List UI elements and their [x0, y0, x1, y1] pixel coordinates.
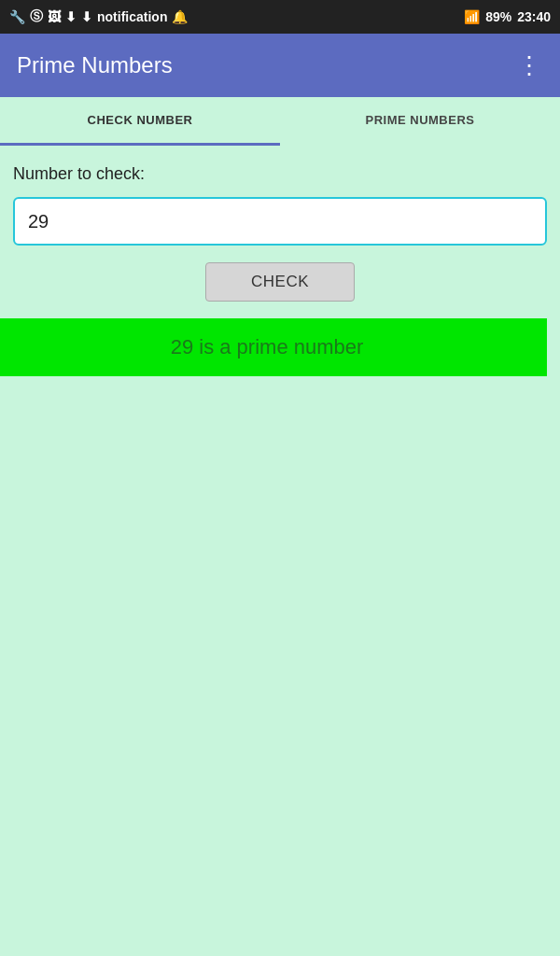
- image-icon: 🖼: [48, 9, 61, 24]
- status-bar-left: 🔧 Ⓢ 🖼 ⬇ ⬇ notification 🔔: [9, 8, 188, 25]
- tab-bar: CHECK NUMBER PRIME NUMBERS: [0, 97, 560, 146]
- wifi-icon: 📶: [464, 9, 480, 24]
- wrench-icon: 🔧: [9, 9, 25, 24]
- download2-icon: ⬇: [81, 9, 92, 24]
- overflow-menu-icon[interactable]: ⋮: [517, 51, 543, 80]
- result-banner: 29 is a prime number: [0, 318, 547, 376]
- check-button[interactable]: CHECK: [205, 262, 355, 302]
- download-icon: ⬇: [65, 9, 77, 24]
- status-bar: 🔧 Ⓢ 🖼 ⬇ ⬇ notification 🔔 📶 89% 23:40: [0, 0, 560, 34]
- number-input[interactable]: [13, 197, 547, 246]
- tab-check-number[interactable]: CHECK NUMBER: [0, 97, 280, 146]
- tab-prime-numbers[interactable]: PRIME NUMBERS: [280, 97, 560, 146]
- tab-check-number-label: CHECK NUMBER: [88, 113, 193, 127]
- bell-icon: 🔔: [172, 9, 188, 24]
- tab-prime-numbers-label: PRIME NUMBERS: [365, 113, 474, 127]
- number-to-check-label: Number to check:: [13, 164, 547, 184]
- main-content: Number to check: CHECK: [0, 146, 560, 302]
- battery-percent: 89%: [485, 9, 511, 24]
- s-icon: Ⓢ: [30, 8, 43, 25]
- clock: 23:40: [517, 9, 551, 24]
- notification-count: notification: [97, 9, 167, 24]
- app-title: Prime Numbers: [17, 52, 173, 78]
- check-button-wrapper: CHECK: [13, 262, 547, 302]
- app-bar: Prime Numbers ⋮: [0, 34, 560, 97]
- status-bar-right: 📶 89% 23:40: [464, 9, 551, 24]
